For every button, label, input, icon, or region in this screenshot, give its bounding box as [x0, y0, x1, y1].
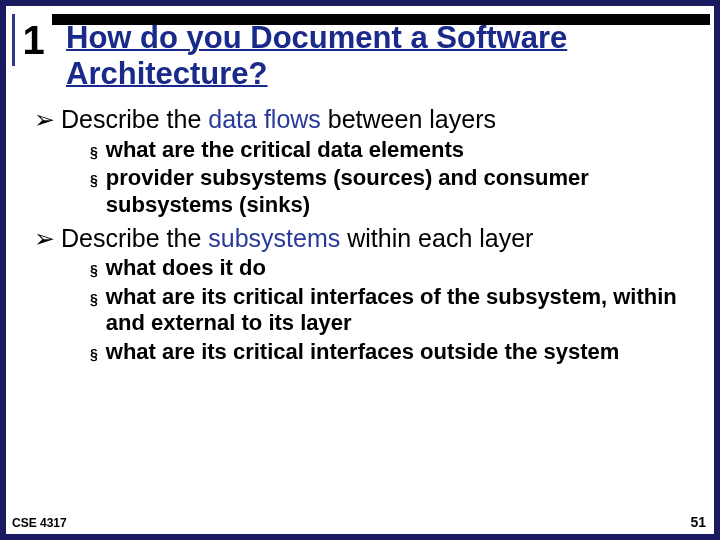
slide-footer: CSE 4317 51 — [6, 514, 706, 530]
page-number: 51 — [690, 514, 706, 530]
sub-bullet-text: provider subsystems (sources) and consum… — [106, 165, 690, 218]
bullet-text: Describe the data flows between layers — [61, 105, 690, 135]
section-icon: § — [90, 291, 98, 308]
bullet-text: Describe the subsystems within each laye… — [61, 224, 690, 254]
slide-number-badge: 1 — [22, 18, 44, 62]
section-icon: § — [90, 172, 98, 189]
sub-bullet-item: § what does it do — [90, 255, 690, 281]
slide-header: 1 How do you Document a Software Archite… — [6, 6, 714, 91]
bullet-item: ➢ Describe the subsystems within each la… — [34, 224, 690, 254]
course-label: CSE 4317 — [12, 516, 67, 530]
sub-bullet-item: § provider subsystems (sources) and cons… — [90, 165, 690, 218]
section-icon: § — [90, 144, 98, 161]
sub-bullet-item: § what are its critical interfaces of th… — [90, 284, 690, 337]
sub-bullet-text: what are the critical data elements — [106, 137, 690, 163]
sub-bullet-group: § what does it do § what are its critica… — [90, 255, 690, 365]
slide: 1 How do you Document a Software Archite… — [6, 6, 714, 534]
sub-bullet-group: § what are the critical data elements § … — [90, 137, 690, 218]
section-icon: § — [90, 346, 98, 363]
section-icon: § — [90, 262, 98, 279]
bullet-item: ➢ Describe the data flows between layers — [34, 105, 690, 135]
slide-badge: 1 — [12, 14, 52, 66]
sub-bullet-item: § what are its critical interfaces outsi… — [90, 339, 690, 365]
arrow-icon: ➢ — [34, 224, 55, 254]
sub-bullet-text: what are its critical interfaces outside… — [106, 339, 690, 365]
header-bar — [50, 14, 710, 25]
slide-content: ➢ Describe the data flows between layers… — [6, 91, 714, 365]
sub-bullet-text: what are its critical interfaces of the … — [106, 284, 690, 337]
sub-bullet-text: what does it do — [106, 255, 690, 281]
arrow-icon: ➢ — [34, 105, 55, 135]
sub-bullet-item: § what are the critical data elements — [90, 137, 690, 163]
